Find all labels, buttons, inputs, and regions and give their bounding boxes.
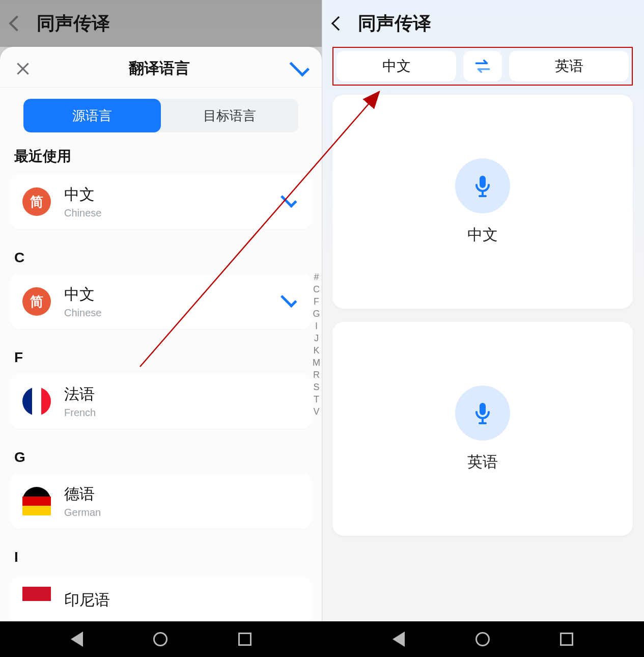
alpha-index[interactable]: # C F G I J K M R S T V	[311, 271, 322, 418]
language-item-chinese[interactable]: 简 中文 Chinese	[10, 274, 312, 329]
nav-back-icon[interactable]	[393, 632, 405, 647]
speak-label-target: 英语	[467, 452, 498, 473]
recent-header: 最近使用	[0, 132, 322, 171]
lang-to-button[interactable]: 英语	[509, 51, 629, 81]
tab-source-language[interactable]: 源语言	[23, 99, 161, 132]
flag-icon-france	[22, 387, 51, 416]
flag-icon-indonesia	[22, 587, 51, 615]
android-navbar	[0, 621, 644, 657]
left-pane: 同声传译 翻译语言 源语言 目标语言 最近使用 简 中文 Chin	[0, 0, 322, 621]
nav-back-icon[interactable]	[71, 632, 83, 647]
section-header-c: C	[0, 235, 322, 271]
nav-recent-icon[interactable]	[238, 633, 251, 646]
language-name: 印尼语	[64, 590, 299, 611]
flag-icon-jian: 简	[22, 187, 51, 216]
sheet-title: 翻译语言	[129, 58, 190, 79]
tab-segmented: 源语言 目标语言	[23, 99, 298, 132]
section-header-g: G	[0, 435, 322, 471]
swap-languages-button[interactable]	[463, 51, 502, 81]
navbar-right	[322, 621, 645, 657]
confirm-icon[interactable]	[289, 56, 310, 76]
language-item-indonesian[interactable]: 印尼语	[10, 577, 312, 621]
language-name: 法语	[64, 384, 299, 405]
tab-target-language[interactable]: 目标语言	[161, 99, 298, 132]
language-bar-highlighted: 中文 英语	[332, 47, 633, 86]
back-icon[interactable]	[331, 16, 346, 31]
sheet-header: 翻译语言	[0, 47, 322, 88]
mic-button-target[interactable]	[455, 386, 510, 441]
language-name: 德语	[64, 484, 299, 505]
left-dimmed-header: 同声传译	[0, 0, 322, 47]
section-header-f: F	[0, 335, 322, 371]
lang-from-button[interactable]: 中文	[337, 51, 456, 81]
nav-recent-icon[interactable]	[560, 633, 573, 646]
section-header-i: I	[0, 535, 322, 570]
language-text: 中文 Chinese	[64, 184, 279, 219]
screen-title: 同声传译	[37, 11, 110, 36]
language-item-french[interactable]: 法语 French	[10, 374, 312, 429]
swap-icon	[474, 60, 491, 73]
speak-card-source: 中文	[332, 95, 633, 309]
language-subname: Chinese	[64, 307, 279, 319]
navbar-left	[0, 621, 322, 657]
language-name: 中文	[64, 184, 279, 205]
selected-check-icon	[281, 191, 297, 208]
nav-home-icon[interactable]	[153, 632, 167, 646]
close-icon[interactable]	[15, 61, 31, 76]
flag-icon-jian: 简	[22, 287, 51, 316]
screen-title: 同声传译	[358, 11, 431, 36]
language-name: 中文	[64, 284, 279, 305]
speak-label-source: 中文	[467, 225, 498, 245]
language-item-german[interactable]: 德语 German	[10, 474, 312, 529]
language-sheet: 翻译语言 源语言 目标语言 最近使用 简 中文 Chinese C	[0, 47, 322, 621]
speak-card-target: 英语	[332, 322, 633, 536]
language-item-recent-chinese[interactable]: 简 中文 Chinese	[10, 174, 312, 229]
right-header: 同声传译	[322, 0, 644, 47]
language-subname: French	[64, 407, 299, 419]
microphone-icon	[470, 401, 495, 425]
right-pane: 同声传译 中文 英语 中文	[322, 0, 644, 621]
language-subname: German	[64, 507, 299, 518]
flag-icon-germany	[22, 487, 51, 515]
nav-home-icon[interactable]	[475, 632, 490, 646]
selected-check-icon	[281, 291, 297, 308]
mic-button-source[interactable]	[455, 158, 510, 213]
back-icon[interactable]	[9, 15, 24, 31]
language-subname: Chinese	[64, 207, 279, 219]
microphone-icon	[470, 174, 495, 198]
